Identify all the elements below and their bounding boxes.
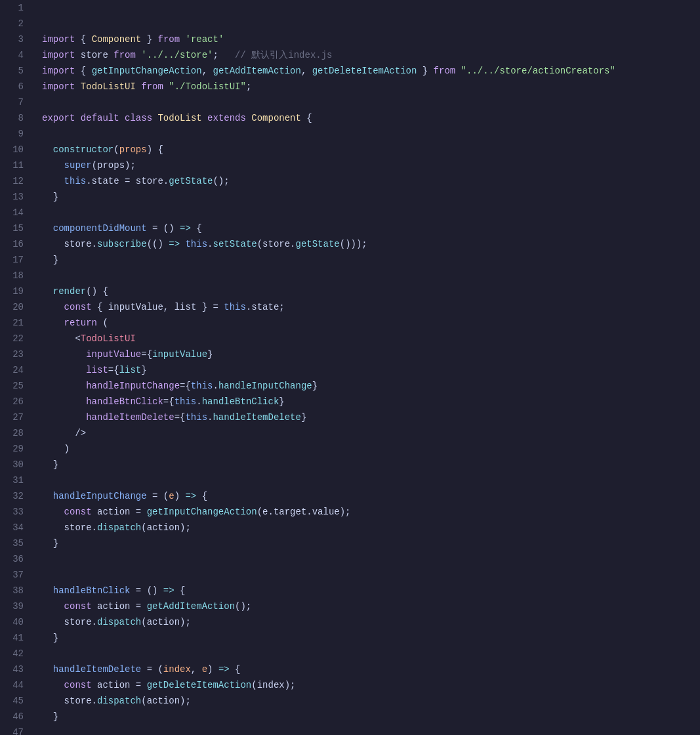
line-number: 24 [10, 362, 24, 378]
token-white: action = [92, 601, 147, 612]
token-white [42, 365, 86, 375]
code-line: ) [42, 441, 700, 457]
token-param: index [163, 664, 191, 675]
token-fn: getDeleteItemAction [312, 66, 417, 76]
code-line: const action = getDeleteItemAction(index… [42, 677, 700, 693]
code-content: import { Component } from 'react'import … [31, 0, 700, 735]
token-white: { [75, 66, 91, 76]
token-op: => [180, 223, 191, 234]
token-cmt: // 默认引入index.js [235, 50, 332, 60]
code-line: } [42, 252, 700, 268]
token-white: = () [130, 585, 163, 596]
code-line: handleBtnClick={this.handleBtnClick} [42, 394, 700, 410]
code-line: handleInputChange={this.handleInputChang… [42, 378, 700, 394]
line-number: 40 [10, 614, 24, 630]
token-white: ={ [175, 412, 186, 423]
token-white [42, 349, 86, 360]
code-line [42, 724, 700, 735]
token-white: store. [42, 522, 97, 533]
token-white: (action); [141, 617, 191, 627]
token-op: => [185, 491, 196, 501]
line-number: 7 [10, 94, 24, 110]
line-number: 45 [10, 693, 24, 709]
token-method: dispatch [97, 696, 141, 706]
line-number: 29 [10, 441, 24, 457]
token-white: = ( [147, 491, 169, 501]
line-number: 32 [10, 488, 24, 504]
token-white: (e.target.value); [257, 507, 351, 517]
code-line [42, 551, 700, 567]
token-white: (); [213, 176, 229, 186]
token-prop: componentDidMount [53, 223, 147, 234]
token-white: (() [147, 239, 169, 249]
token-str: 'react' [186, 34, 224, 45]
line-number: 34 [10, 520, 24, 536]
code-line: /> [42, 425, 700, 441]
token-kw: return [64, 318, 97, 328]
token-white [136, 81, 141, 92]
code-line: handleBtnClick = () => { [42, 583, 700, 598]
token-jsx-val: handleBtnClick [202, 396, 279, 407]
token-white: .state = store. [86, 176, 169, 186]
token-kw: class [125, 113, 152, 123]
code-line [42, 205, 700, 220]
token-white: action = [92, 680, 147, 690]
token-white [42, 144, 53, 155]
token-white: . [213, 381, 218, 391]
token-white [163, 81, 169, 92]
token-jsx-attr: list [86, 365, 108, 375]
token-kw: export [42, 113, 75, 123]
token-white: ( [113, 144, 119, 155]
code-line: constructor(props) { [42, 142, 700, 158]
code-line: handleInputChange = (e) => { [42, 488, 700, 504]
token-white [42, 664, 53, 675]
token-kw2: this [185, 412, 207, 423]
token-white: , [163, 302, 175, 312]
token-kw: import [42, 50, 75, 60]
line-number: 46 [10, 709, 24, 724]
line-number: 13 [10, 189, 24, 205]
line-number: 33 [10, 504, 24, 520]
token-white: { [191, 223, 202, 234]
line-number: 16 [10, 236, 24, 252]
token-white: = () [147, 223, 180, 234]
token-white: ( [97, 318, 108, 328]
line-number: 43 [10, 662, 24, 677]
token-white: } [42, 255, 58, 265]
token-white [42, 396, 86, 407]
line-number: 14 [10, 205, 24, 220]
line-number: 31 [10, 472, 24, 488]
token-white: } [141, 365, 146, 375]
line-number: 36 [10, 551, 24, 567]
line-number: 17 [10, 252, 24, 268]
token-kw2: this [175, 396, 197, 407]
token-white: ={ [141, 349, 152, 360]
token-fn: constructor [53, 144, 113, 155]
token-white: ) { [147, 144, 163, 155]
line-number: 10 [10, 142, 24, 158]
token-white [180, 34, 185, 45]
token-method: setState [213, 239, 257, 249]
token-white: ) [175, 491, 186, 501]
token-jsx-val: handleItemDelete [213, 412, 300, 423]
token-white [42, 507, 64, 517]
line-number: 25 [10, 378, 24, 394]
code-line: store.dispatch(action); [42, 693, 700, 709]
token-white: (props); [92, 160, 136, 171]
code-line: store.subscribe(() => this.setState(stor… [42, 236, 700, 252]
line-number: 20 [10, 299, 24, 315]
token-white: = ( [141, 664, 163, 675]
token-fn: getAddItemAction [213, 66, 300, 76]
token-white: store. [42, 239, 97, 249]
code-line: } [42, 457, 700, 472]
token-kw: const [64, 601, 92, 612]
line-number: 42 [10, 646, 24, 662]
token-white [42, 381, 86, 391]
token-white: } [42, 192, 58, 202]
token-white: } [301, 412, 306, 423]
token-jsx-tag: TodoListUI [81, 333, 136, 344]
token-kw2: this [64, 176, 87, 186]
token-jsx-val: list [119, 365, 142, 375]
token-kw: from [113, 50, 136, 60]
token-white: (index); [251, 680, 295, 690]
